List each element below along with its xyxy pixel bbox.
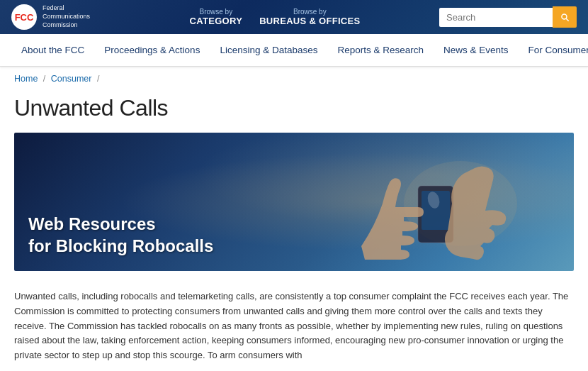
fcc-name-line3: Commission <box>43 21 90 30</box>
top-header: FCC Federal Communications Commission Br… <box>0 0 588 34</box>
fcc-name-line2: Communications <box>43 13 90 21</box>
hero-illustration <box>319 147 531 260</box>
search-button[interactable] <box>553 6 577 28</box>
browse-links: Browse by CATEGORY Browse by BUREAUS & O… <box>125 8 425 26</box>
browse-bureaus-link[interactable]: Browse by BUREAUS & OFFICES <box>259 8 360 26</box>
browse-category-link[interactable]: Browse by CATEGORY <box>190 8 243 26</box>
hero-text-line2: for Blocking Robocalls <box>28 235 213 257</box>
fcc-logo: FCC <box>11 4 37 30</box>
nav-item-licensing[interactable]: Licensing & Databases <box>210 34 327 67</box>
nav-item-consumers[interactable]: For Consumers <box>519 34 588 67</box>
nav-item-news[interactable]: News & Events <box>434 34 519 67</box>
browse-category-value: CATEGORY <box>190 16 243 26</box>
page-title: Unwanted Calls <box>0 91 588 133</box>
search-input[interactable] <box>439 8 553 27</box>
fcc-name-line1: Federal <box>43 4 90 13</box>
logo-area: FCC Federal Communications Commission <box>11 4 111 30</box>
main-nav: About the FCC Proceedings & Actions Lice… <box>0 34 588 67</box>
breadcrumb-sep-1: / <box>43 74 45 84</box>
hero-text-line1: Web Resources <box>28 213 213 235</box>
breadcrumb-consumer[interactable]: Consumer <box>51 74 92 84</box>
breadcrumb-sep-2: / <box>97 74 99 84</box>
search-icon <box>560 12 570 22</box>
browse-category-label: Browse by <box>190 8 243 16</box>
browse-bureaus-value: BUREAUS & OFFICES <box>259 16 360 26</box>
hero-image-container: Web Resources for Blocking Robocalls <box>14 133 574 271</box>
breadcrumb-home[interactable]: Home <box>14 74 38 84</box>
browse-bureaus-label: Browse by <box>259 8 360 16</box>
body-text: Unwanted calls, including robocalls and … <box>0 282 588 370</box>
search-area <box>439 6 577 28</box>
nav-item-about[interactable]: About the FCC <box>11 34 94 67</box>
nav-item-proceedings[interactable]: Proceedings & Actions <box>94 34 210 67</box>
fcc-acronym: FCC <box>15 13 34 22</box>
breadcrumb: Home / Consumer / <box>0 67 588 91</box>
nav-item-reports[interactable]: Reports & Research <box>327 34 434 67</box>
hero-text: Web Resources for Blocking Robocalls <box>28 213 213 257</box>
hero-background: Web Resources for Blocking Robocalls <box>14 133 574 271</box>
fcc-full-name: Federal Communications Commission <box>43 4 90 29</box>
